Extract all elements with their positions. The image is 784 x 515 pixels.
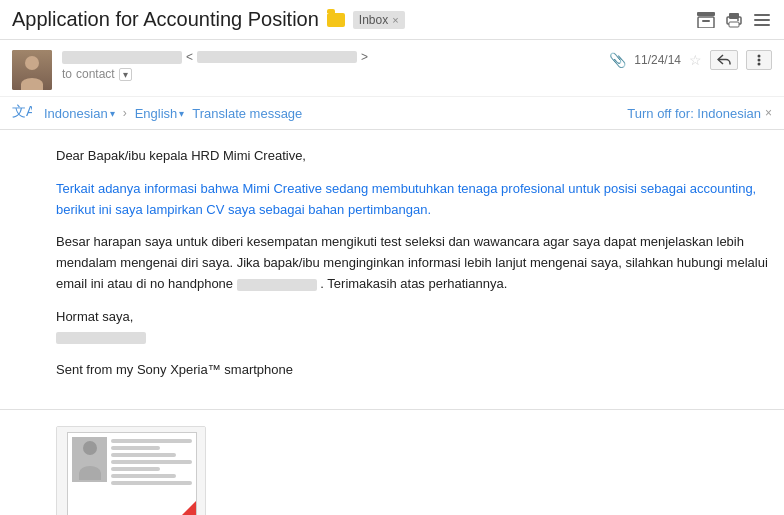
greeting: Dear Bapak/ibu kepala HRD Mimi Creative, — [56, 146, 768, 167]
closing: Hormat saya, — [56, 307, 768, 349]
avatar-image — [12, 50, 52, 90]
source-lang-label: Indonesian — [44, 106, 108, 121]
sender-email-brackets: < — [186, 50, 193, 64]
more-button[interactable] — [752, 10, 772, 30]
attachment-thumbnail[interactable]: PDF CV-[blurred]... — [56, 426, 206, 515]
svg-rect-3 — [729, 13, 739, 19]
attachment-preview — [57, 427, 206, 515]
sent-from: Sent from my Sony Xperia™ smartphone — [56, 360, 768, 381]
lang-direction-arrow: › — [123, 106, 127, 120]
contact-dropdown[interactable]: ▾ — [119, 68, 132, 81]
star-button[interactable]: ☆ — [689, 52, 702, 68]
sender-row: < > to contact ▾ 📎 11/24/14 ☆ — [0, 40, 784, 97]
source-lang-button[interactable]: Indonesian ▾ — [44, 106, 115, 121]
archive-button[interactable] — [696, 10, 716, 30]
svg-rect-9 — [754, 24, 770, 26]
paragraph2: Besar harapan saya untuk diberi kesempat… — [56, 232, 768, 294]
cv-preview-inner — [67, 432, 197, 515]
cv-line-6 — [111, 474, 176, 478]
cv-line-1 — [111, 439, 192, 443]
source-lang-arrow: ▾ — [110, 108, 115, 119]
cv-line-3 — [111, 453, 176, 457]
turn-off-close[interactable]: × — [765, 106, 772, 120]
sender-email — [197, 51, 357, 63]
header-actions — [696, 10, 772, 30]
attachment-area: PDF CV-[blurred]... — [0, 418, 784, 515]
folder-icon[interactable] — [327, 13, 345, 27]
body-divider — [0, 409, 784, 410]
sender-email-close-bracket: > — [361, 50, 368, 64]
inbox-tag[interactable]: Inbox × — [353, 11, 405, 29]
translate-bar: 文A Indonesian ▾ › English ▾ Translate me… — [0, 97, 784, 130]
sender-meta: 📎 11/24/14 ☆ — [609, 50, 772, 70]
inbox-tag-label: Inbox — [359, 13, 388, 27]
translate-icon: 文A — [12, 103, 32, 123]
sender-info: < > to contact ▾ — [62, 50, 609, 81]
svg-rect-8 — [754, 19, 770, 21]
pdf-corner-fold — [176, 501, 196, 515]
email-date: 11/24/14 — [634, 53, 681, 67]
target-lang-button[interactable]: English ▾ — [135, 106, 185, 121]
turn-off-translate[interactable]: Turn off for: Indonesian × — [627, 106, 772, 121]
svg-rect-2 — [702, 20, 710, 22]
target-lang-label: English — [135, 106, 178, 121]
attachment-icon: 📎 — [609, 52, 626, 68]
cv-line-2 — [111, 446, 160, 450]
signature-name-blurred — [56, 332, 146, 344]
sender-name — [62, 51, 182, 64]
email-title: Application for Accounting Position — [12, 8, 319, 31]
svg-rect-1 — [698, 17, 714, 28]
svg-point-10 — [758, 55, 761, 58]
turn-off-label: Turn off for: Indonesian — [627, 106, 761, 121]
phone-number-blurred — [237, 279, 317, 291]
target-lang-arrow: ▾ — [179, 108, 184, 119]
to-contact-row: to contact ▾ — [62, 67, 609, 81]
avatar — [12, 50, 52, 90]
paragraph1: Terkait adanya informasi bahwa Mimi Crea… — [56, 179, 768, 221]
contact-label: contact — [76, 67, 115, 81]
cv-line-7 — [111, 481, 192, 485]
email-header-bar: Application for Accounting Position Inbo… — [0, 0, 784, 40]
svg-rect-7 — [754, 14, 770, 16]
reply-button[interactable] — [710, 50, 738, 70]
svg-text:文A: 文A — [12, 103, 32, 119]
more-actions-button[interactable] — [746, 50, 772, 70]
print-button[interactable] — [724, 10, 744, 30]
inbox-tag-close[interactable]: × — [392, 14, 398, 26]
svg-rect-0 — [697, 12, 715, 16]
svg-rect-5 — [729, 22, 739, 27]
svg-point-12 — [758, 63, 761, 66]
cv-line-5 — [111, 467, 160, 471]
email-body: Dear Bapak/ibu kepala HRD Mimi Creative,… — [0, 130, 784, 401]
sender-name-row: < > — [62, 50, 609, 64]
cv-line-4 — [111, 460, 192, 464]
svg-point-11 — [758, 59, 761, 62]
to-label: to — [62, 67, 72, 81]
cv-photo-placeholder — [72, 437, 107, 482]
svg-point-6 — [737, 19, 739, 21]
translate-message-link[interactable]: Translate message — [192, 106, 302, 121]
